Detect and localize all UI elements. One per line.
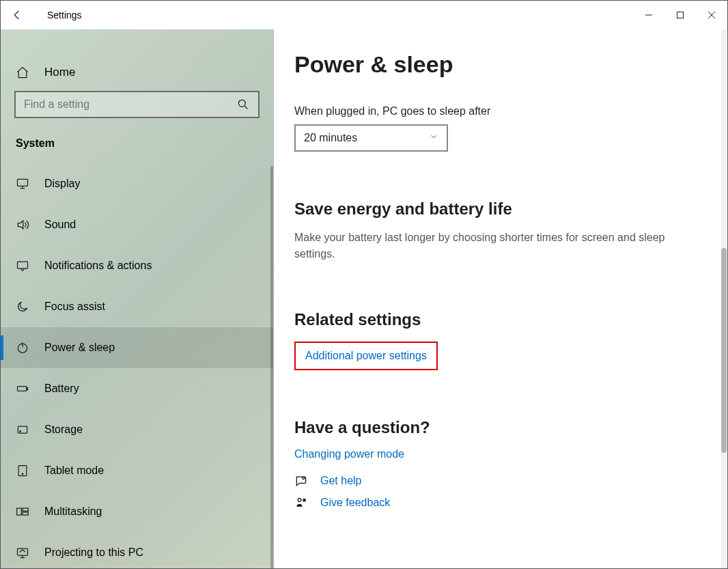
sidebar-item-label: Battery — [44, 383, 79, 395]
sidebar-item-label: Notifications & actions — [44, 260, 152, 272]
svg-point-4 — [238, 100, 245, 107]
storage-icon — [16, 423, 29, 436]
search-icon — [236, 98, 250, 111]
sidebar-item-label: Sound — [44, 219, 76, 231]
svg-rect-12 — [18, 387, 27, 391]
chat-icon — [294, 474, 308, 488]
related-heading: Related settings — [294, 310, 707, 329]
sidebar-item-tablet-mode[interactable]: Tablet mode — [1, 450, 273, 491]
sidebar-item-sound[interactable]: Sound — [1, 204, 273, 245]
multitasking-icon — [16, 505, 29, 518]
feedback-icon — [294, 496, 308, 510]
get-help-link[interactable]: Get help — [320, 475, 361, 487]
svg-rect-19 — [23, 508, 28, 511]
svg-rect-20 — [23, 512, 28, 515]
additional-power-link[interactable]: Additional power settings — [305, 350, 427, 362]
energy-heading: Save energy and battery life — [294, 199, 707, 219]
scrollbar[interactable] — [721, 29, 727, 568]
sidebar-item-projecting[interactable]: Projecting to this PC — [1, 532, 273, 568]
home-icon — [16, 66, 29, 79]
maximize-button[interactable] — [664, 1, 696, 29]
search-input[interactable] — [14, 91, 260, 118]
sidebar: Home System DisplaySoundNotifications & … — [1, 29, 274, 568]
titlebar: Settings — [1, 1, 727, 29]
svg-rect-14 — [18, 426, 27, 433]
main-panel: Power & sleep When plugged in, PC goes t… — [274, 29, 727, 568]
energy-description: Make your battery last longer by choosin… — [294, 230, 697, 262]
svg-rect-6 — [18, 179, 28, 186]
sidebar-item-label: Projecting to this PC — [44, 546, 143, 559]
power-sleep-icon — [16, 341, 29, 355]
svg-rect-9 — [18, 262, 28, 268]
display-icon — [16, 177, 29, 191]
sleep-after-label: When plugged in, PC goes to sleep after — [294, 105, 707, 117]
sidebar-item-label: Power & sleep — [44, 342, 115, 354]
sidebar-item-label: Storage — [44, 424, 83, 436]
svg-rect-13 — [27, 387, 28, 389]
focus-assist-icon — [16, 300, 29, 314]
projecting-icon — [16, 546, 29, 559]
nav-list: DisplaySoundNotifications & actionsFocus… — [1, 163, 273, 568]
sidebar-item-label: Display — [44, 178, 80, 190]
changing-power-mode-link[interactable]: Changing power mode — [294, 448, 404, 460]
battery-icon — [16, 382, 29, 395]
sidebar-item-notifications[interactable]: Notifications & actions — [1, 245, 273, 286]
notifications-icon — [16, 259, 29, 273]
sidebar-item-power-sleep[interactable]: Power & sleep — [1, 327, 273, 368]
back-button[interactable] — [1, 1, 33, 29]
home-button[interactable]: Home — [1, 51, 273, 91]
window-title: Settings — [33, 10, 82, 20]
sidebar-item-storage[interactable]: Storage — [1, 409, 273, 450]
page-title: Power & sleep — [294, 51, 707, 78]
sidebar-item-multitasking[interactable]: Multitasking — [1, 491, 273, 532]
sidebar-item-label: Tablet mode — [44, 464, 104, 477]
minimize-button[interactable] — [633, 1, 664, 29]
tablet-mode-icon — [16, 464, 29, 477]
search-field[interactable] — [24, 98, 236, 111]
sidebar-item-focus-assist[interactable]: Focus assist — [1, 286, 273, 327]
sleep-after-value: 20 minutes — [304, 132, 357, 144]
sidebar-item-label: Focus assist — [44, 301, 105, 313]
sound-icon — [16, 218, 29, 232]
chevron-down-icon — [429, 132, 438, 144]
svg-point-15 — [20, 431, 21, 432]
svg-line-5 — [245, 107, 248, 109]
svg-rect-1 — [677, 12, 684, 18]
sidebar-item-battery[interactable]: Battery — [1, 368, 273, 409]
give-feedback-link[interactable]: Give feedback — [320, 497, 390, 509]
highlight-additional-power: Additional power settings — [294, 342, 438, 370]
section-label: System — [1, 118, 273, 163]
svg-rect-18 — [17, 508, 22, 515]
svg-point-23 — [298, 498, 301, 501]
sidebar-item-display[interactable]: Display — [1, 163, 273, 204]
sleep-after-select[interactable]: 20 minutes — [294, 124, 448, 152]
question-heading: Have a question? — [294, 418, 707, 437]
svg-point-22 — [303, 477, 305, 479]
sidebar-item-label: Multitasking — [44, 505, 102, 518]
home-label: Home — [44, 66, 75, 79]
svg-point-17 — [22, 473, 23, 475]
close-button[interactable] — [696, 1, 727, 29]
